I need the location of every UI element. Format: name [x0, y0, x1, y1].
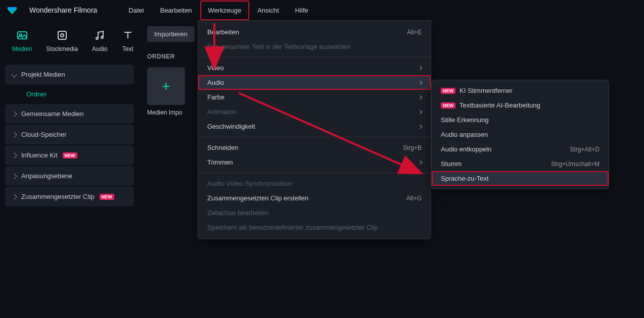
navtab-text[interactable]: Text [122, 29, 134, 52]
sidebar-item-cloud-speicher[interactable]: Cloud-Speicher [5, 125, 134, 144]
app-title: Wondershare Filmora [29, 6, 97, 14]
sidebar-item-gemeinsame-medien[interactable]: Gemeinsame Medien [5, 104, 134, 124]
tools-item-farbe[interactable]: Farbe [198, 90, 431, 104]
navtab-audio[interactable]: Audio [92, 29, 108, 52]
audio-item-ki-stimmentferner[interactable]: NEWKI Stimmentferner [432, 83, 609, 98]
tools-item-den-gesamten-text-in-der-textv: Den gesamten Text in der Textvorlage aus… [198, 39, 431, 54]
new-badge: NEW [441, 88, 455, 94]
submenu-arrow-icon [418, 66, 422, 70]
submenu-arrow-icon [418, 95, 422, 99]
chevron-icon [11, 194, 17, 199]
submenu-arrow-icon [418, 110, 422, 114]
chevron-icon [11, 152, 17, 158]
menu-hilfe[interactable]: Hilfe [287, 1, 316, 20]
submenu-arrow-icon [418, 160, 422, 164]
audio-item-stille-erkennung[interactable]: Stille Erkennung [432, 113, 609, 127]
tools-item-trimmen[interactable]: Trimmen [198, 155, 431, 170]
tools-item-bearbeiten[interactable]: BearbeitenAlt+E [198, 25, 431, 39]
navtab-medien[interactable]: Medien [12, 29, 32, 52]
menu-datei[interactable]: Datei [120, 1, 152, 20]
sidebar-item-anpasungsebene[interactable]: Anpasungsebene [5, 166, 134, 186]
tools-item-speichern-als-benutzerdefinier: Speichern als benutzerdefinierter zusamm… [198, 220, 431, 235]
navtabs: MedienStockmediaAudioText [0, 25, 139, 60]
shortcut-label: Strg+Umschalt+M [551, 161, 600, 168]
audio-item-sprache-zu-text[interactable]: Sprache-zu-Text [432, 171, 609, 186]
navtab-stockmedia[interactable]: Stockmedia [46, 29, 78, 52]
tools-item-geschwindigkeit[interactable]: Geschwindigkeit [198, 119, 431, 134]
add-media-tile[interactable]: + [147, 67, 185, 105]
new-badge: NEW [100, 194, 114, 200]
audio-item-textbasierte-ai-bearbeitung[interactable]: NEWTextbasierte AI-Bearbeitung [432, 98, 609, 113]
svg-rect-4 [58, 31, 66, 39]
topbar: Wondershare Filmora DateiBearbeitenWerkz… [0, 0, 644, 20]
new-badge: NEW [441, 102, 455, 109]
sidebar: MedienStockmediaAudioText Projekt Medien… [0, 20, 139, 217]
audio-item-audio-entkoppeln[interactable]: Audio entkoppelnStrg+Alt+D [432, 142, 609, 156]
medien-icon [16, 29, 28, 41]
menubar: DateiBearbeitenWerkzeugeAnsichtHilfe [120, 1, 316, 20]
shortcut-label: Strg+Alt+D [570, 146, 600, 153]
tools-item-zeitachse-bearbeiten: Zeitachse bearbeiten [198, 205, 431, 220]
tools-item-audio[interactable]: Audio [198, 75, 431, 90]
import-button[interactable]: Importieren [147, 26, 195, 42]
shortcut-label: Strg+B [403, 144, 422, 151]
submenu-arrow-icon [418, 124, 422, 128]
audio-icon [94, 29, 106, 41]
tools-item-video[interactable]: Video [198, 61, 431, 75]
tools-item-animation: Animation [198, 104, 431, 119]
tools-item-zusammengesetzten-clip-erstell[interactable]: Zusammengesetzten Clip erstellenAlt+G [198, 191, 431, 205]
new-badge: NEW [63, 152, 77, 158]
shortcut-label: Alt+E [407, 29, 422, 36]
sidebar-sub-ordner[interactable]: Ordner [5, 85, 134, 103]
app-logo-icon [6, 4, 18, 16]
chevron-icon [11, 132, 17, 137]
audio-item-audio-anpassen[interactable]: Audio anpassen [432, 127, 609, 142]
sidebar-list: Projekt MedienOrdnerGemeinsame MedienClo… [0, 60, 139, 211]
sidebar-item-projekt-medien[interactable]: Projekt Medien [5, 65, 134, 84]
menu-ansicht[interactable]: Ansicht [249, 1, 287, 20]
chevron-icon [11, 173, 17, 179]
tools-item-audio-video-synchronisation: Audio-Video-Synchronisation [198, 176, 431, 191]
sidebar-item-zusammengesetzter-clip[interactable]: Zusammengesetzter Clip NEW [5, 187, 134, 206]
chevron-icon [11, 72, 17, 77]
plus-icon: + [162, 78, 170, 94]
audio-submenu: NEWKI StimmentfernerNEWTextbasierte AI-B… [431, 80, 609, 189]
tools-item-schneiden[interactable]: SchneidenStrg+B [198, 140, 431, 155]
svg-point-5 [61, 34, 64, 37]
stockmedia-icon [56, 29, 68, 41]
werkzeuge-dropdown: BearbeitenAlt+EDen gesamten Text in der … [198, 20, 431, 239]
shortcut-label: Alt+G [406, 195, 422, 202]
sidebar-item-influence-kit[interactable]: Influence Kit NEW [5, 145, 134, 165]
submenu-arrow-icon [418, 80, 422, 84]
menu-bearbeiten[interactable]: Bearbeiten [152, 1, 200, 20]
text-icon [122, 29, 134, 41]
menu-werkzeuge[interactable]: Werkzeuge [200, 1, 250, 20]
audio-item-stumm[interactable]: StummStrg+Umschalt+M [432, 156, 609, 171]
svg-point-7 [101, 36, 103, 38]
svg-point-6 [96, 37, 98, 39]
chevron-icon [11, 111, 17, 117]
